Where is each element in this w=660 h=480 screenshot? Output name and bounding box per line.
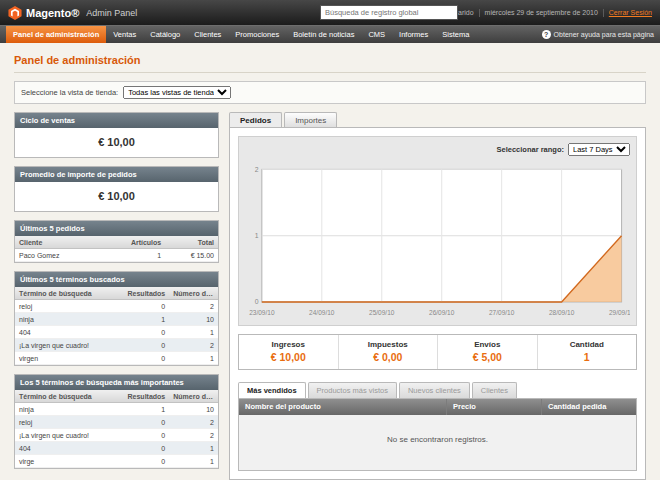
range-select[interactable]: Last 7 Days [568, 143, 630, 156]
page-help-link[interactable]: ? Obtener ayuda para esta página [542, 26, 654, 43]
svg-text:1: 1 [255, 232, 259, 239]
cell-results: 0 [121, 326, 170, 339]
cell-uses: 1 [169, 442, 218, 455]
last-orders-panel: Últimos 5 pedidos Cliente Artículos Tota… [14, 220, 219, 263]
total-quantity: Cantidad 1 [537, 335, 637, 369]
tab-new-customers[interactable]: Nuevos clientes [399, 382, 470, 398]
magento-logo-icon [8, 6, 22, 20]
last-search-table: Término de búsqueda Resultados Número de… [15, 287, 218, 365]
nav-item-reports[interactable]: Informes [392, 26, 435, 43]
column-header: Número de usos [169, 287, 218, 300]
range-selector-row: Seleccionar rango: Last 7 Days [245, 143, 630, 156]
table-row[interactable]: ninja 1 10 [15, 313, 218, 326]
column-header: Artículos [121, 236, 166, 249]
average-orders-panel: Promedio de importe de pedidos € 10,00 [14, 166, 219, 212]
panel-title: Promedio de importe de pedidos [15, 167, 218, 182]
help-label: Obtener ayuda para esta página [554, 31, 654, 38]
table-row[interactable]: ¡La virgen que cuadro! 0 2 [15, 339, 218, 352]
table-row[interactable]: 404 0 1 [15, 326, 218, 339]
cell-customer: Paco Gomez [15, 249, 121, 262]
page-content: Panel de administración Seleccione la vi… [0, 43, 660, 480]
cell-term: reloj [15, 416, 121, 429]
lifetime-sales-value: € 10,00 [15, 128, 218, 157]
nav-item-customers[interactable]: Clientes [187, 26, 228, 43]
cell-results: 0 [121, 352, 170, 365]
totals-bar: Ingresos € 10,00 Impuestos € 0,00 Envíos… [238, 334, 637, 370]
global-search-input[interactable] [320, 5, 458, 20]
svg-text:2: 2 [255, 166, 259, 173]
cell-results: 0 [121, 455, 170, 468]
cell-uses: 10 [169, 403, 218, 416]
nav-item-promotions[interactable]: Promociones [228, 26, 286, 43]
table-row[interactable]: ninja 1 10 [15, 403, 218, 416]
range-label: Seleccionar rango: [496, 145, 564, 154]
column-header: Cantidad pedida [541, 399, 636, 415]
bestsellers-grid: Nombre del producto Precio Cantidad pedi… [238, 398, 637, 471]
column-header: Término de búsqueda [15, 390, 121, 403]
lifetime-sales-panel: Ciclo de ventas € 10,00 [14, 112, 219, 158]
page-title: Panel de administración [14, 51, 646, 73]
logout-link[interactable]: Cerrar Sesión [609, 9, 652, 16]
last-search-panel: Últimos 5 términos buscados Término de b… [14, 271, 219, 366]
total-value: 1 [538, 351, 637, 363]
cell-total: € 15.00 [165, 249, 218, 262]
column-header: Resultados [121, 390, 170, 403]
logo-text: Magento® [26, 7, 79, 19]
store-view-label: Seleccione la vista de tienda: [21, 88, 118, 97]
table-row[interactable]: Paco Gomez 1 € 15.00 [15, 249, 218, 262]
store-view-select[interactable]: Todas las vistas de tienda [123, 86, 231, 99]
table-header-row: Cliente Artículos Total [15, 236, 218, 249]
tab-bestsellers[interactable]: Más vendidos [238, 382, 306, 398]
table-row[interactable]: reloj 0 2 [15, 416, 218, 429]
nav-item-system[interactable]: Sistema [435, 26, 476, 43]
total-shipping: Envíos € 5,00 [437, 335, 537, 369]
cell-term: ¡La virgen que cuadro! [15, 429, 121, 442]
cell-uses: 2 [169, 416, 218, 429]
cell-uses: 2 [169, 300, 218, 313]
cell-results: 0 [121, 442, 170, 455]
column-header: Cliente [15, 236, 121, 249]
nav-item-newsletter[interactable]: Boletín de noticias [286, 26, 361, 43]
svg-text:28/09/10: 28/09/10 [549, 309, 575, 316]
cell-term: ninja [15, 313, 121, 326]
column-header: Término de búsqueda [15, 287, 121, 300]
column-header: Total [165, 236, 218, 249]
cell-results: 0 [121, 429, 170, 442]
table-row[interactable]: reloj 0 2 [15, 300, 218, 313]
logo-subtitle: Admin Panel [86, 8, 137, 18]
last-orders-table: Cliente Artículos Total Paco Gomez 1 € 1… [15, 236, 218, 262]
tab-most-viewed[interactable]: Productos más vistos [308, 382, 397, 398]
magento-logo: Magento® Admin Panel [8, 6, 137, 20]
tab-amounts[interactable]: Importes [284, 112, 337, 127]
separator [479, 9, 480, 17]
cell-uses: 10 [169, 313, 218, 326]
cell-uses: 1 [169, 352, 218, 365]
store-switcher: Seleccione la vista de tienda: Todas las… [14, 81, 646, 104]
panel-title: Últimos 5 pedidos [15, 221, 218, 236]
column-header: Precio [446, 399, 541, 415]
cell-results: 0 [121, 416, 170, 429]
total-value: € 10,00 [239, 351, 338, 363]
table-row[interactable]: 404 0 1 [15, 442, 218, 455]
nav-item-dashboard[interactable]: Panel de administración [6, 26, 106, 43]
cell-results: 1 [121, 403, 170, 416]
nav-item-cms[interactable]: CMS [361, 26, 392, 43]
cell-results: 0 [121, 300, 170, 313]
table-header-row: Término de búsqueda Resultados Número de… [15, 390, 218, 403]
total-label: Cantidad [538, 340, 637, 349]
cell-results: 1 [121, 313, 170, 326]
tab-customers[interactable]: Clientes [472, 382, 517, 398]
cell-term: virge [15, 455, 121, 468]
table-row[interactable]: virgen 0 1 [15, 352, 218, 365]
grid-tabs: Más vendidos Productos más vistos Nuevos… [238, 382, 637, 398]
svg-text:24/09/10: 24/09/10 [309, 309, 335, 316]
nav-item-sales[interactable]: Ventas [106, 26, 143, 43]
tab-orders[interactable]: Pedidos [229, 112, 282, 127]
table-row[interactable]: ¡La virgen que cuadro! 0 2 [15, 429, 218, 442]
table-row[interactable]: virge 0 1 [15, 455, 218, 468]
nav-item-catalog[interactable]: Catálogo [143, 26, 187, 43]
total-label: Ingresos [239, 340, 338, 349]
cell-term: ninja [15, 403, 121, 416]
top-header: Magento® Admin Panel Accedió como aparid… [0, 0, 660, 25]
cell-term: reloj [15, 300, 121, 313]
